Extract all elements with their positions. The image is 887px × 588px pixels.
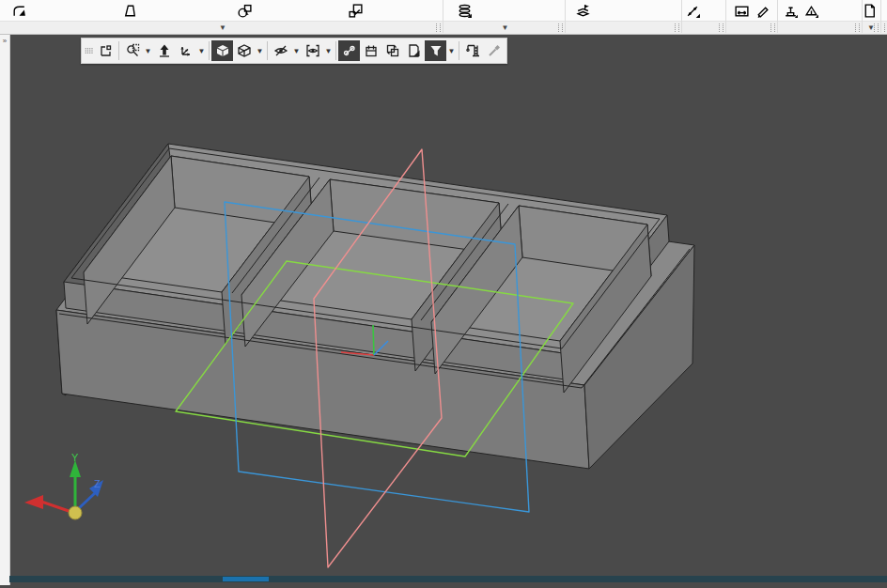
grip-icon bbox=[84, 44, 95, 57]
group-divider bbox=[725, 0, 726, 33]
show-all-button[interactable] bbox=[153, 40, 175, 61]
funnel-icon bbox=[428, 43, 444, 58]
group-frame-elements[interactable]: ▼ bbox=[443, 22, 565, 34]
toolbar-drag-handle[interactable] bbox=[84, 40, 95, 61]
dropper-icon bbox=[487, 43, 502, 58]
display-wireframe-button[interactable] bbox=[233, 40, 255, 61]
drawing-button[interactable] bbox=[860, 0, 879, 21]
stamp-tri-icon bbox=[803, 3, 819, 19]
group-array-copy[interactable] bbox=[565, 22, 681, 34]
eyedropper-button bbox=[483, 40, 505, 61]
group-divider bbox=[565, 0, 566, 33]
group-grip-handle[interactable] bbox=[855, 23, 860, 32]
move-view-button[interactable] bbox=[175, 40, 196, 61]
flat-pattern-button[interactable] bbox=[403, 40, 425, 61]
group-grip-handle[interactable] bbox=[874, 23, 879, 32]
toolbar-separator bbox=[118, 41, 119, 60]
measure-tool-button[interactable] bbox=[461, 40, 483, 61]
group-divider bbox=[443, 0, 444, 33]
draft-icon bbox=[122, 3, 138, 19]
wire-cube-icon bbox=[237, 43, 252, 58]
group-grip-handle[interactable] bbox=[675, 23, 679, 32]
group-body-elements[interactable]: ▼ bbox=[0, 22, 443, 34]
scale-button[interactable] bbox=[346, 0, 369, 21]
chevron-down-icon[interactable]: ▼ bbox=[196, 40, 207, 61]
group-designations[interactable] bbox=[777, 22, 862, 34]
group-clipped[interactable] bbox=[880, 22, 887, 34]
chevron-down-icon[interactable]: ▼ bbox=[502, 24, 509, 32]
doc-icon bbox=[862, 3, 878, 19]
ribbon: ▼▼▼ bbox=[0, 0, 887, 35]
eye-rect-icon bbox=[305, 43, 320, 58]
triad-origin-sphere bbox=[69, 506, 82, 519]
toolbar-separator bbox=[267, 41, 268, 60]
show-all-icon bbox=[157, 43, 172, 58]
boolean-button[interactable] bbox=[235, 0, 258, 21]
create-sketch-button[interactable] bbox=[95, 40, 117, 61]
auto-dimension-button[interactable] bbox=[732, 0, 752, 21]
zoom-area-button[interactable] bbox=[121, 40, 143, 61]
collection-button[interactable] bbox=[573, 0, 597, 21]
group-dimensions[interactable] bbox=[725, 22, 777, 34]
chevron-down-icon[interactable]: ▼ bbox=[143, 40, 153, 61]
crane-icon bbox=[465, 43, 480, 58]
triad-axis-label: Z bbox=[94, 478, 101, 489]
annotation-button[interactable] bbox=[753, 0, 772, 21]
chevron-down-icon[interactable]: ▼ bbox=[323, 40, 334, 61]
group-grip-handle[interactable] bbox=[770, 23, 775, 32]
toolbar-separator bbox=[209, 41, 210, 60]
stamp-base-icon bbox=[783, 3, 799, 19]
chevron-down-icon[interactable]: ▼ bbox=[219, 24, 226, 32]
group-divider bbox=[862, 0, 863, 33]
group-divider bbox=[777, 0, 778, 33]
datum-button[interactable] bbox=[781, 0, 801, 21]
group-grip-handle[interactable] bbox=[558, 23, 563, 32]
spiral-button[interactable] bbox=[455, 0, 478, 21]
ribbon-buttons-row bbox=[0, 0, 887, 21]
selection-filter-button[interactable] bbox=[425, 40, 446, 61]
expand-panel-icon[interactable]: » bbox=[3, 37, 7, 585]
pin-sheet-icon bbox=[364, 43, 379, 58]
horizontal-scrollbar[interactable] bbox=[9, 576, 887, 582]
draft-button[interactable] bbox=[120, 0, 144, 21]
group-grip-handle[interactable] bbox=[436, 23, 441, 32]
ribbon-groups-row: ▼▼▼ bbox=[0, 21, 887, 34]
model-viewport[interactable]: YZ bbox=[0, 0, 887, 588]
scale-icon bbox=[348, 3, 364, 19]
group-overflow[interactable]: ▼ bbox=[862, 22, 880, 34]
fillet-icon bbox=[11, 3, 27, 19]
roughness-button[interactable] bbox=[801, 0, 821, 21]
sheet-tri-icon bbox=[407, 43, 422, 58]
collection-icon bbox=[575, 3, 591, 19]
group-divider bbox=[681, 0, 682, 33]
fillet-button[interactable] bbox=[9, 0, 33, 21]
shaded-cube-icon bbox=[215, 43, 230, 58]
zoom-area-icon bbox=[125, 43, 140, 58]
chevron-down-icon[interactable]: ▼ bbox=[255, 40, 265, 61]
annotate-icon bbox=[755, 3, 770, 19]
view-toolbar: ▼▼▼▼▼▼ bbox=[81, 38, 507, 64]
chevron-down-icon[interactable]: ▼ bbox=[446, 40, 457, 61]
placement-plane-button[interactable] bbox=[360, 40, 381, 61]
horizontal-scrollbar-thumb[interactable] bbox=[223, 577, 269, 581]
move-icon bbox=[179, 43, 194, 58]
display-shaded-button[interactable] bbox=[211, 40, 233, 61]
aux-geometry-button[interactable] bbox=[683, 0, 703, 21]
group-divider bbox=[880, 0, 881, 33]
hide-objects-button[interactable] bbox=[270, 40, 291, 61]
toolbar-separator bbox=[459, 41, 459, 60]
hide-in-scene-button[interactable] bbox=[302, 40, 323, 61]
aux-line-icon bbox=[685, 3, 701, 19]
origin-y-axis bbox=[373, 325, 374, 355]
triad-axis-label: Y bbox=[71, 452, 79, 463]
solid-bodies-button[interactable] bbox=[381, 40, 403, 61]
group-auxiliary[interactable] bbox=[681, 22, 725, 34]
spiral-icon bbox=[457, 3, 473, 19]
toolbar-separator bbox=[335, 41, 336, 60]
section-display-button[interactable] bbox=[338, 40, 360, 61]
solids-icon bbox=[385, 43, 400, 58]
eye-slash-icon bbox=[273, 43, 288, 58]
group-grip-handle[interactable] bbox=[719, 23, 724, 32]
left-panel-collapsed[interactable]: » bbox=[0, 34, 10, 585]
chevron-down-icon[interactable]: ▼ bbox=[291, 40, 302, 61]
